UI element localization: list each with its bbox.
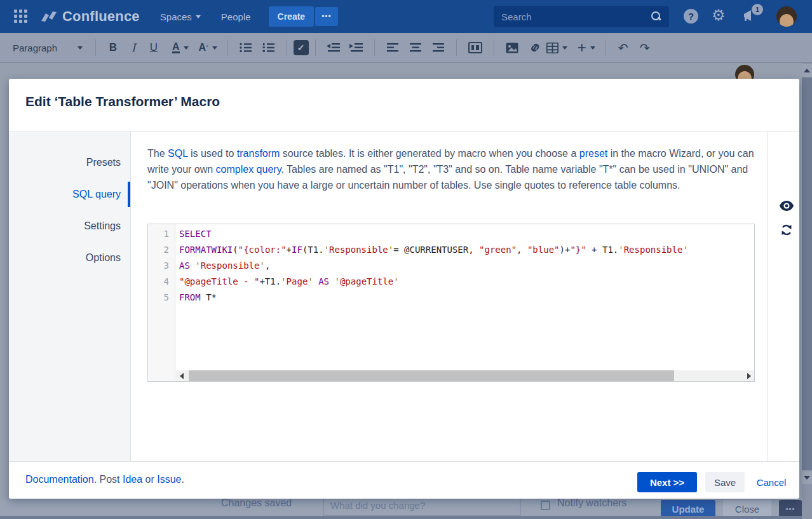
search-icon: [651, 11, 661, 22]
line-number: 4: [148, 274, 175, 290]
code-line: "@pageTitle - "+T1.'Page' AS '@pageTitle…: [179, 274, 755, 290]
create-button[interactable]: Create: [269, 6, 315, 27]
link-transform[interactable]: transform: [237, 148, 280, 159]
underline-button[interactable]: U: [143, 38, 165, 57]
sql-description: The SQL is used to transform source tabl…: [147, 145, 755, 193]
link-preset[interactable]: preset: [579, 148, 607, 159]
save-button[interactable]: Save: [705, 472, 745, 492]
line-number: 2: [148, 242, 175, 258]
redo-button[interactable]: ↷: [634, 38, 656, 57]
chevron-down-icon: [78, 46, 83, 50]
dialog-icon-rail: [768, 132, 799, 461]
code-area[interactable]: SELECTFORMATWIKI("{color:"+IF(T1.'Respon…: [176, 224, 755, 370]
tab-options[interactable]: Options: [8, 245, 130, 271]
page-bottom-edge: [0, 516, 812, 519]
next-button[interactable]: Next >>: [637, 472, 697, 492]
scroll-right-arrow[interactable]: [743, 370, 754, 381]
save-bar-more-button[interactable]: •••: [779, 500, 802, 516]
hscrollbar-thumb[interactable]: [189, 370, 674, 381]
more-text-styles-button[interactable]: A°: [199, 38, 217, 57]
align-right-button[interactable]: [427, 38, 450, 57]
comment-placeholder: What did you change?: [330, 500, 425, 511]
undo-button[interactable]: ↶: [612, 38, 634, 57]
editor-horizontal-scrollbar[interactable]: [176, 370, 754, 381]
confluence-logo[interactable]: Confluence: [41, 8, 140, 25]
macro-edit-dialog: Edit ‘Table Transformer’ Macro PresetsSQ…: [9, 79, 799, 499]
app-switcher-icon[interactable]: [14, 10, 28, 24]
cancel-button[interactable]: Cancel: [752, 472, 790, 492]
link-sql[interactable]: SQL: [168, 148, 187, 159]
dialog-title: Edit ‘Table Transformer’ Macro: [25, 94, 220, 109]
footer-links: Documentation. Post Idea or Issue.: [25, 474, 184, 485]
link-issue[interactable]: Issue: [157, 474, 181, 485]
chevron-down-icon: [184, 46, 189, 50]
code-line: AS 'Responsible',: [179, 258, 755, 274]
insert-more-button[interactable]: +: [578, 38, 595, 57]
notify-watchers-label: Notify watchers: [557, 499, 626, 509]
tab-settings[interactable]: Settings: [8, 213, 130, 239]
line-number: 1: [148, 226, 175, 242]
numbered-list-button[interactable]: [257, 38, 280, 57]
global-header: Confluence Spaces People Create ••• Sear…: [0, 0, 812, 33]
code-line: SELECT: [179, 226, 755, 242]
scroll-up-arrow[interactable]: [802, 64, 812, 77]
task-list-button[interactable]: ✓: [294, 38, 309, 57]
update-button[interactable]: Update: [661, 500, 715, 516]
changes-saved-label: Changes saved: [221, 499, 292, 509]
line-number: 5: [148, 290, 175, 306]
user-avatar[interactable]: [776, 6, 797, 27]
sql-query-panel: The SQL is used to transform source tabl…: [132, 132, 768, 461]
create-more-button[interactable]: •••: [315, 7, 338, 26]
page-layout-button[interactable]: [463, 38, 487, 57]
logo-text: Confluence: [62, 8, 140, 25]
search-placeholder: Search: [501, 11, 651, 22]
dialog-body: PresetsSQL querySettingsOptions The SQL …: [9, 131, 799, 462]
insert-image-button[interactable]: [501, 38, 524, 57]
indent-button[interactable]: [345, 38, 368, 57]
scrollbar-thumb[interactable]: [802, 78, 812, 470]
dialog-footer: Documentation. Post Idea or Issue. Next …: [9, 462, 799, 499]
paragraph-style-dropdown[interactable]: Paragraph: [13, 38, 89, 57]
insert-table-button[interactable]: [546, 38, 567, 57]
insert-link-button[interactable]: [524, 38, 546, 57]
scroll-left-arrow[interactable]: [176, 370, 187, 381]
preview-eye-icon[interactable]: [779, 199, 794, 215]
notification-badge: 1: [752, 4, 763, 15]
refresh-icon[interactable]: [779, 222, 794, 240]
bold-button[interactable]: B: [102, 38, 124, 57]
nav-spaces[interactable]: Spaces: [160, 11, 201, 22]
chevron-down-icon: [590, 46, 595, 50]
outdent-button[interactable]: [322, 38, 345, 57]
page-background: [0, 64, 812, 79]
version-comment-input[interactable]: What did you change?: [323, 499, 521, 516]
sql-code-editor[interactable]: 12345 SELECTFORMATWIKI("{color:"+IF(T1.'…: [147, 224, 755, 382]
tab-presets[interactable]: Presets: [8, 150, 130, 175]
code-line: FORMATWIKI("{color:"+IF(T1.'Responsible'…: [179, 242, 755, 258]
application-window: Confluence Spaces People Create ••• Sear…: [0, 0, 812, 519]
link-documentation[interactable]: Documentation: [25, 474, 94, 485]
editor-toolbar: Paragraph B I U A A° ✓: [0, 33, 812, 63]
help-icon[interactable]: ?: [684, 9, 698, 24]
global-search[interactable]: Search: [494, 6, 669, 27]
align-left-button[interactable]: [381, 38, 404, 57]
bullet-list-button[interactable]: [234, 38, 257, 57]
tab-sql-query[interactable]: SQL query: [8, 182, 130, 207]
page-scrollbar[interactable]: [802, 63, 812, 519]
italic-button[interactable]: I: [124, 38, 143, 57]
align-center-button[interactable]: [404, 38, 427, 57]
dialog-sidebar: PresetsSQL querySettingsOptions: [9, 132, 131, 461]
chevron-down-icon: [562, 46, 567, 50]
scroll-down-arrow[interactable]: [802, 471, 812, 484]
code-line: FROM T*: [179, 290, 755, 306]
notify-watchers-checkbox[interactable]: [541, 501, 550, 510]
gear-icon[interactable]: ⚙: [712, 6, 726, 24]
checkbox-icon: ✓: [294, 40, 309, 55]
link-complex-query[interactable]: complex query: [216, 164, 281, 175]
link-idea[interactable]: Idea: [123, 474, 142, 485]
chevron-down-icon: [212, 46, 217, 50]
text-color-button[interactable]: A: [172, 38, 189, 57]
close-button[interactable]: Close: [723, 500, 771, 516]
line-number: 3: [148, 258, 175, 274]
editor-save-bar: Changes saved What did you change? Notif…: [0, 499, 802, 516]
nav-people[interactable]: People: [221, 11, 251, 22]
